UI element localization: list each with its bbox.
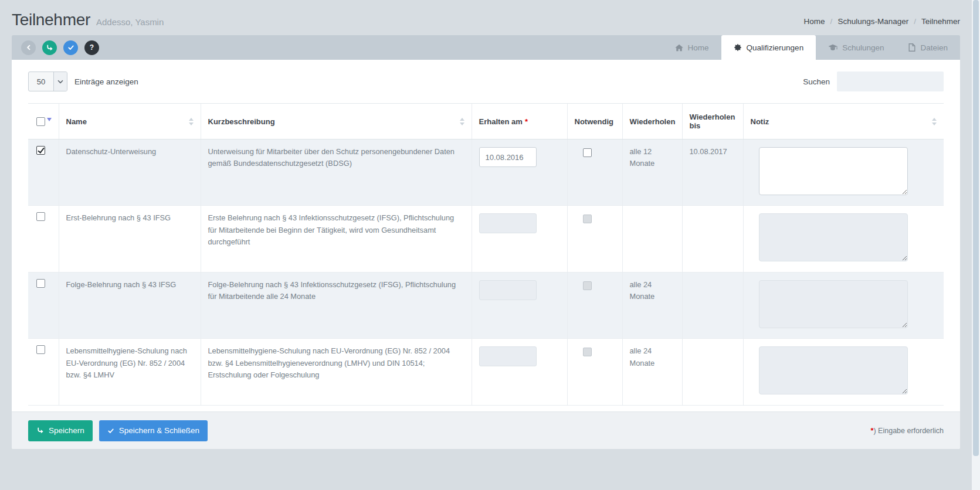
sort-icon[interactable]: [455, 118, 464, 125]
tab-dateien[interactable]: Dateien: [896, 35, 960, 60]
scrollbar-thumb[interactable]: [973, 0, 979, 456]
qualifications-table: Name Kurzbeschreibung Erhalten am *: [28, 103, 944, 406]
row-select-cell: [28, 272, 59, 338]
row-select-cell: [28, 339, 59, 405]
breadcrumb: Home / Schulungs-Manager / Teilnehmer: [804, 15, 960, 26]
wiederholen-bis-value: 10.08.2017: [690, 147, 727, 156]
column-header-kurzbeschreibung[interactable]: Kurzbeschreibung: [201, 104, 472, 139]
page-length-select[interactable]: 50: [28, 72, 67, 91]
column-label: Name: [66, 117, 87, 126]
page-length-label: Einträge anzeigen: [74, 77, 138, 86]
qualifications-table-body: Datenschutz-Unterweisung Unterweisung fü…: [28, 139, 944, 406]
scrollbar[interactable]: [972, 0, 980, 490]
notiz-cell: [743, 139, 944, 206]
table-footer: 1 bis 4 von 4 Einträgen ← Zurück 1 Nächs…: [28, 406, 944, 411]
check-icon: [107, 427, 114, 434]
column-header-wiederholen-bis[interactable]: Wiederholen bis: [682, 104, 743, 139]
required-marker: *: [525, 117, 528, 126]
notiz-textarea[interactable]: [759, 147, 908, 195]
tab-qualifizierungen[interactable]: Qualifizierungen: [721, 35, 816, 60]
notiz-cell: [743, 272, 944, 338]
save-button[interactable]: Speichern: [28, 420, 93, 441]
tab-home[interactable]: Home: [663, 35, 721, 60]
wiederholen-value: alle 12 Monate: [630, 147, 655, 168]
tab-schulungen[interactable]: Schulungen: [816, 35, 896, 60]
search-input[interactable]: [837, 72, 944, 91]
toolbar-save-button[interactable]: [42, 40, 57, 55]
notiz-textarea: [759, 346, 908, 394]
qualification-description: Erste Belehrung nach § 43 Infektionsschu…: [208, 213, 455, 246]
select-all-header[interactable]: [28, 104, 59, 139]
row-select-checkbox[interactable]: [36, 212, 45, 221]
table-row: Erst-Belehrung nach § 43 IFSG Erste Bele…: [28, 206, 944, 272]
breadcrumb-home[interactable]: Home: [804, 17, 825, 26]
table-row: Folge-Belehrung nach § 43 IFSG Folge-Bel…: [28, 272, 944, 338]
column-header-notwendig[interactable]: Notwendig: [567, 104, 622, 139]
name-cell: Datenschutz-Unterweisung: [59, 139, 201, 206]
column-header-wiederholen[interactable]: Wiederholen: [622, 104, 682, 139]
back-button[interactable]: [21, 40, 36, 55]
save-return-icon: [46, 44, 53, 52]
erhalten-am-cell: [472, 339, 567, 405]
sort-icon[interactable]: [927, 118, 937, 125]
description-cell: Unterweisung für Mitarbeiter über den Sc…: [201, 139, 472, 206]
erhalten-am-cell: [472, 206, 567, 272]
page-length-control: 50 Einträge anzeigen: [28, 72, 138, 91]
row-select-checkbox[interactable]: [36, 146, 45, 155]
notwendig-checkbox[interactable]: [583, 148, 592, 157]
certificate-icon: [734, 43, 742, 52]
row-select-checkbox[interactable]: [36, 345, 45, 354]
wiederholen-cell: [622, 206, 682, 272]
toolbar-save-close-button[interactable]: [63, 40, 78, 55]
qualification-description: Unterweisung für Mitarbeiter über den Sc…: [208, 147, 455, 168]
qualification-name: Erst-Belehrung nach § 43 IFSG: [66, 213, 171, 222]
wiederholen-value: alle 24 Monate: [630, 280, 655, 301]
erhalten-am-cell: [472, 272, 567, 338]
erhalten-am-input[interactable]: [479, 147, 537, 167]
page-header: Teilnehmer Addesso, Yasmin Home / Schulu…: [0, 0, 972, 35]
app-window: Teilnehmer Addesso, Yasmin Home / Schulu…: [0, 0, 972, 490]
breadcrumb-separator: /: [830, 17, 833, 26]
wiederholen-cell: alle 24 Monate: [622, 339, 682, 405]
name-cell: Erst-Belehrung nach § 43 IFSG: [59, 206, 201, 272]
table-row: Datenschutz-Unterweisung Unterweisung fü…: [28, 139, 944, 206]
column-header-notiz[interactable]: Notiz: [743, 104, 944, 139]
page-length-value: 50: [29, 72, 53, 91]
notwendig-cell: [567, 339, 622, 405]
breadcrumb-schulungs-manager[interactable]: Schulungs-Manager: [837, 17, 908, 26]
tab-bar: Home Qualifizierungen Schulungen Dateien: [663, 35, 960, 60]
notiz-cell: [743, 339, 944, 405]
selection-dropdown-icon[interactable]: [47, 118, 52, 121]
search-control: Suchen: [803, 72, 944, 91]
erhalten-am-cell: [472, 139, 567, 206]
description-cell: Lebensmittelhygiene-Schulung nach EU-Ver…: [201, 339, 472, 405]
qualification-description: Lebensmittelhygiene-Schulung nach EU-Ver…: [208, 346, 450, 379]
column-header-name[interactable]: Name: [59, 104, 201, 139]
panel-footer: Speichern Speichern & Schließen *) Einga…: [12, 411, 960, 449]
notiz-textarea: [759, 280, 908, 328]
chevron-left-icon: [25, 44, 32, 51]
notwendig-cell: [567, 206, 622, 272]
wiederholen-bis-cell: [682, 206, 743, 272]
chevron-down-icon: [53, 72, 67, 91]
graduation-cap-icon: [828, 44, 837, 52]
breadcrumb-separator: /: [914, 17, 916, 26]
save-and-close-button[interactable]: Speichern & Schließen: [99, 420, 208, 441]
row-select-checkbox[interactable]: [36, 279, 45, 288]
toolbar: ? Home Qualifizierungen Schulungen Datei…: [12, 35, 960, 60]
check-icon: [67, 44, 74, 51]
panel-body: 50 Einträge anzeigen Suchen: [12, 60, 960, 411]
column-label: Notwendig: [575, 117, 613, 126]
column-header-erhalten-am[interactable]: Erhalten am *: [472, 104, 567, 139]
table-controls: 50 Einträge anzeigen Suchen: [28, 72, 944, 91]
notiz-textarea: [759, 213, 908, 261]
name-cell: Folge-Belehrung nach § 43 IFSG: [59, 272, 201, 338]
tab-label: Dateien: [920, 43, 948, 52]
column-label: Kurzbeschreibung: [208, 117, 275, 126]
required-note-text: ) Eingabe erforderlich: [873, 427, 944, 435]
toolbar-actions: ?: [21, 40, 99, 55]
help-button[interactable]: ?: [84, 40, 99, 55]
sort-icon[interactable]: [184, 118, 194, 125]
title-wrap: Teilnehmer Addesso, Yasmin: [12, 11, 164, 29]
select-all-checkbox[interactable]: [36, 117, 45, 126]
